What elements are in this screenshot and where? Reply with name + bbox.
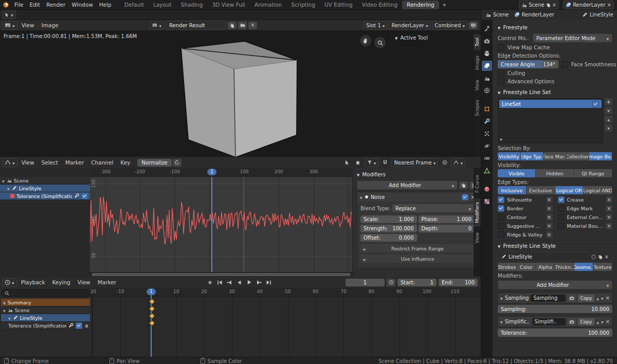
culling-checkbox[interactable] <box>498 70 504 77</box>
graph-editor-menu[interactable]: Marker <box>62 159 87 166</box>
snap-magnet-icon[interactable] <box>380 159 389 167</box>
sidebar-tab[interactable]: View <box>474 76 481 94</box>
lineset-specials-menu[interactable] <box>605 107 612 114</box>
channel-row-scene[interactable]: Scene <box>0 177 90 185</box>
timeline-menu[interactable]: Keying <box>49 279 73 285</box>
modifier-panel-header[interactable]: Sampling Sampling Copy <box>498 293 612 303</box>
scene-selector[interactable]: Scene <box>519 1 559 9</box>
noise-number-field[interactable]: Strength:100.000 <box>360 225 417 232</box>
physics-properties-tab[interactable] <box>482 141 492 151</box>
logic-toggle[interactable]: Logical AND <box>584 186 612 194</box>
modifier-properties-tab[interactable] <box>482 116 492 126</box>
sidebar-tab[interactable]: Tool <box>474 34 481 50</box>
modifiers-panel-title[interactable]: Modifiers <box>357 170 478 179</box>
blend-type-dropdown[interactable]: Replace <box>392 204 475 213</box>
graph-editor-menu[interactable]: Key <box>117 159 133 166</box>
image-editor-menu[interactable]: View <box>19 22 38 28</box>
add-modifier-dropdown[interactable]: Add Modifier <box>498 280 612 289</box>
display-settings-icon[interactable] <box>469 22 478 29</box>
list-filter-expand-icon[interactable] <box>500 136 503 141</box>
topbar-menu[interactable]: Edit <box>27 2 43 8</box>
timeline-tracks[interactable]: -20-100102030405060708090100110 1 <box>90 288 481 357</box>
graph-editor-menu[interactable]: Channel <box>88 159 116 166</box>
editor-type-selector[interactable] <box>2 278 17 287</box>
easing-dropdown[interactable] <box>451 158 465 167</box>
breadcrumb-linestyle[interactable]: LineStyle <box>582 12 613 17</box>
render-properties-tab[interactable] <box>482 36 492 46</box>
normalize-auto-icon[interactable] <box>173 159 182 167</box>
render-toggle-icon[interactable] <box>568 318 576 325</box>
edge-type-exclude-button[interactable] <box>606 223 612 229</box>
sidebar-tab[interactable]: Modifiers <box>474 198 481 227</box>
edge-type-exclude-button[interactable] <box>546 231 553 238</box>
fake-user-icon[interactable] <box>591 254 596 259</box>
next-keyframe-button[interactable] <box>255 279 263 286</box>
visibility-toggle[interactable]: Visible <box>498 169 536 177</box>
active-tool-selector[interactable] <box>2 10 16 19</box>
channel-row-scene[interactable]: Scene <box>1 306 91 314</box>
selection-toggle[interactable]: Collection <box>567 152 590 160</box>
slot-selector[interactable]: Slot 1 <box>364 21 387 30</box>
logic-toggle[interactable]: Exclusive <box>527 186 555 194</box>
channel-search-field[interactable] <box>1 289 91 297</box>
edge-type-checkbox[interactable] <box>498 196 504 203</box>
jump-to-start-button[interactable] <box>215 279 224 286</box>
frame-end-field[interactable]: End:100 <box>439 279 478 286</box>
linestyle-panel-header[interactable]: Freestyle Line Style <box>493 240 617 250</box>
move-modifier-down-icon[interactable] <box>601 295 604 301</box>
jump-to-end-button[interactable] <box>264 279 273 286</box>
normalize-toggle[interactable]: Normalize <box>137 159 171 167</box>
view-layer-selector[interactable]: RenderLayer <box>563 1 614 9</box>
sidebar-tab[interactable]: View <box>474 229 481 247</box>
copy-modifier-button[interactable]: Copy <box>578 318 595 325</box>
image-editor-menu[interactable]: Image <box>39 22 62 28</box>
modifier-name-field[interactable]: Simplifi.. <box>532 318 566 325</box>
noise-number-field[interactable]: Depth:0 <box>419 225 475 232</box>
workspace-tab[interactable]: Animation <box>250 1 287 9</box>
linestyle-tab[interactable]: Texture <box>593 263 612 271</box>
frame-start-field[interactable]: Start:1 <box>397 279 437 286</box>
topbar-menu[interactable]: Window <box>68 2 96 8</box>
view-map-cache-checkbox[interactable] <box>498 44 504 51</box>
face-smoothness-checkbox[interactable] <box>561 61 568 68</box>
editor-type-selector[interactable] <box>2 21 17 30</box>
material-properties-tab[interactable] <box>482 184 492 194</box>
selection-toggle[interactable]: Visibility <box>498 152 521 160</box>
use-preview-range-icon[interactable] <box>387 279 395 286</box>
open-image-icon[interactable] <box>238 22 247 29</box>
edge-type-checkbox[interactable] <box>558 205 565 212</box>
timeline-menu[interactable]: View <box>75 279 94 285</box>
workspace-tab[interactable]: Layout <box>149 1 176 9</box>
edge-type-checkbox[interactable] <box>558 223 565 229</box>
graph-ruler[interactable]: -300-200-100100200300 1 <box>90 168 352 177</box>
output-properties-tab[interactable] <box>482 48 492 59</box>
show-hidden-icon[interactable] <box>354 159 362 167</box>
topbar-menu[interactable]: File <box>11 2 27 8</box>
modifier-name-field[interactable]: Sampling <box>531 295 565 302</box>
zoom-gizmo[interactable] <box>374 37 386 48</box>
auto-keyframe-record-button[interactable] <box>206 279 214 286</box>
linestyle-tab[interactable]: Alpha <box>536 263 555 271</box>
channel-row-tolerance[interactable]: Tolerance (Simplification) <box>0 192 90 200</box>
fcurve-area[interactable]: 15010050 <box>90 177 352 272</box>
use-influence-panel[interactable]: Use Influence <box>360 254 475 263</box>
proportional-edit-icon[interactable] <box>440 159 449 167</box>
topbar-menu[interactable]: Help <box>96 2 115 8</box>
play-reverse-button[interactable] <box>235 279 244 286</box>
only-selected-icon[interactable] <box>343 159 352 167</box>
render-layer-selector[interactable]: RenderLayer <box>389 21 430 30</box>
copy-to-selected-icon[interactable] <box>459 181 468 189</box>
move-modifier-up-icon[interactable] <box>596 295 599 301</box>
lineset-list[interactable]: LineSet <box>498 98 603 143</box>
linestyle-tab[interactable]: Color <box>517 263 536 271</box>
current-frame-badge[interactable]: 1 <box>147 288 156 295</box>
new-image-icon[interactable] <box>228 22 237 29</box>
world-properties-tab[interactable] <box>482 85 492 96</box>
render-pass-selector[interactable]: Combined <box>432 21 467 30</box>
edge-type-checkbox[interactable] <box>498 223 504 229</box>
graph-playhead[interactable] <box>211 177 212 272</box>
linestyle-tab[interactable]: Geome.. <box>574 263 593 271</box>
control-mode-dropdown[interactable]: Parameter Editor Mode <box>533 33 612 43</box>
scrollbar-thumb[interactable] <box>92 273 351 276</box>
sidebar-tab[interactable]: Scopes <box>474 96 481 120</box>
